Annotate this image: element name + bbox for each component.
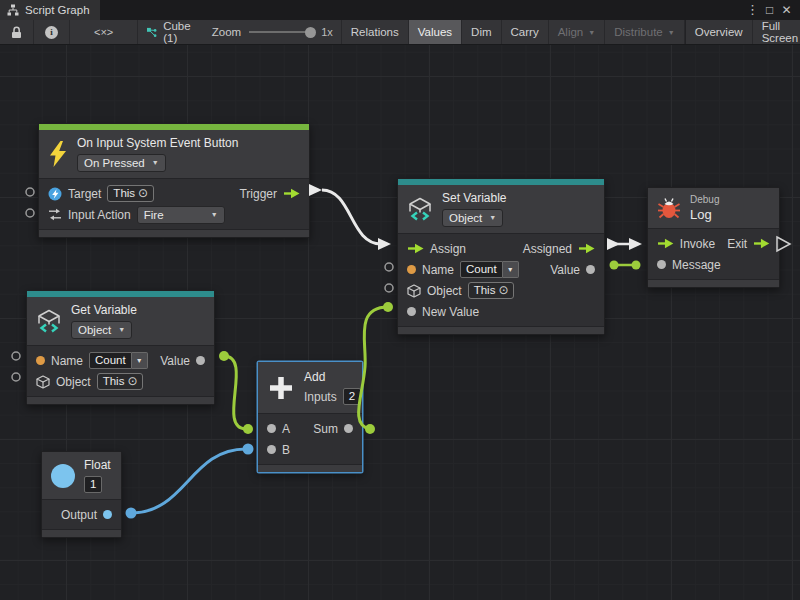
tab-script-graph[interactable]: Script Graph [0, 0, 100, 20]
node-footer [648, 279, 779, 287]
value-port[interactable] [196, 356, 205, 365]
distribute-button[interactable]: Distribute ▼ [605, 20, 685, 44]
distribute-label: Distribute [614, 26, 663, 38]
name-port[interactable] [36, 356, 45, 365]
code-view-button[interactable]: <×> [70, 20, 138, 44]
zoom-value: 1x [321, 26, 333, 38]
a-label: A [282, 422, 290, 436]
value-label: Value [550, 263, 580, 277]
flow-port-assign[interactable] [407, 243, 424, 254]
flow-port-assigned[interactable] [578, 243, 595, 254]
assign-label: Assign [430, 242, 466, 256]
wire-port-dot[interactable] [365, 424, 375, 434]
overview-button[interactable]: Overview [685, 20, 753, 44]
message-port[interactable] [657, 260, 666, 269]
carry-button[interactable]: Carry [502, 20, 549, 44]
node-debug-log[interactable]: Debug Log Invoke Exit Message [647, 187, 780, 288]
chevron-down-icon[interactable]: ▼ [503, 261, 519, 278]
port-row-new-value: New Value [398, 301, 604, 322]
sum-label: Sum [313, 422, 338, 436]
target-value-chip[interactable]: This ⊙ [107, 185, 154, 202]
wire-port-dot[interactable] [610, 261, 619, 270]
float-value-field[interactable]: 1 [84, 476, 102, 493]
open-port-input-action[interactable] [26, 209, 34, 217]
new-value-port[interactable] [407, 307, 416, 316]
event-type-dropdown[interactable]: On Pressed ▼ [77, 154, 166, 172]
sum-port[interactable] [344, 424, 353, 433]
object-cube-icon [407, 284, 421, 298]
open-port-set-object[interactable] [385, 284, 393, 292]
node-header: On Input System Event Button On Pressed … [39, 130, 309, 179]
wire-port-dot[interactable] [126, 508, 137, 519]
wire-port-dot[interactable] [243, 424, 253, 434]
zoom-slider-handle[interactable] [305, 27, 316, 38]
wire-port-dot[interactable] [383, 302, 393, 312]
info-button[interactable]: i [34, 20, 70, 44]
relations-label: Relations [351, 26, 399, 38]
node-on-input-system-event-button[interactable]: On Input System Event Button On Pressed … [38, 123, 310, 238]
open-port-target[interactable] [26, 188, 34, 196]
variable-cube-icon [36, 309, 62, 333]
flow-port-invoke[interactable] [657, 238, 674, 249]
name-combo[interactable]: Count ▼ [460, 261, 519, 278]
flow-port-exit[interactable] [753, 238, 770, 249]
object-value-chip[interactable]: This ⊙ [97, 373, 144, 390]
wire-getvalue-to-a [224, 356, 246, 429]
node-title: Add [304, 370, 325, 384]
float-icon [51, 464, 75, 488]
flow-port-trigger[interactable] [283, 188, 300, 199]
lightning-bolt-icon [48, 141, 68, 167]
name-combo[interactable]: Count ▼ [89, 352, 148, 369]
graph-breadcrumb[interactable]: Cube (1) [138, 20, 204, 44]
wire-float-to-b [131, 449, 246, 513]
node-header: Add Inputs 2 [258, 362, 362, 414]
b-port[interactable] [267, 445, 276, 454]
variable-kind-dropdown[interactable]: Object ▼ [442, 209, 503, 227]
info-icon: i [45, 26, 58, 39]
object-cube-icon [36, 375, 50, 389]
wire-port-dot[interactable] [632, 261, 641, 270]
align-button[interactable]: Align ▼ [549, 20, 606, 44]
chevron-down-icon[interactable]: ▼ [132, 352, 148, 369]
a-port[interactable] [267, 424, 276, 433]
input-action-label: Input Action [68, 208, 131, 222]
relations-button[interactable]: Relations [342, 20, 409, 44]
menu-kebab-icon[interactable]: ⋮ [744, 1, 761, 19]
close-icon[interactable]: ✕ [778, 1, 795, 19]
node-float-literal[interactable]: Float 1 Output [41, 451, 122, 538]
chevron-down-icon: ▼ [668, 29, 675, 36]
target-icon: ⊙ [127, 374, 137, 389]
trigger-label: Trigger [239, 187, 277, 201]
node-add[interactable]: Add Inputs 2 A Sum B [257, 361, 363, 473]
output-port[interactable] [103, 510, 112, 519]
node-set-variable[interactable]: Set Variable Object ▼ Assign Assigned [397, 178, 605, 335]
values-button[interactable]: Values [409, 20, 462, 44]
lock-button[interactable] [0, 20, 34, 44]
invoke-label: Invoke [680, 237, 715, 251]
node-header: Debug Log [648, 188, 779, 229]
value-port[interactable] [586, 265, 595, 274]
fullscreen-button[interactable]: Full Screen [753, 20, 800, 44]
open-port-get-name[interactable] [12, 352, 20, 360]
variable-kind-dropdown[interactable]: Object ▼ [71, 321, 132, 339]
object-value-chip[interactable]: This ⊙ [468, 282, 515, 299]
name-port[interactable] [407, 265, 416, 274]
wire-port-dot[interactable] [219, 351, 229, 361]
maximize-icon[interactable]: □ [761, 1, 778, 19]
dim-button[interactable]: Dim [462, 20, 501, 44]
inputs-count-field[interactable]: 2 [343, 388, 361, 405]
port-row-target: Target This ⊙ Trigger [39, 183, 309, 204]
open-port-set-name[interactable] [385, 263, 393, 271]
assigned-label: Assigned [523, 242, 572, 256]
variable-kind-value: Object [78, 322, 111, 338]
port-row-message: Message [648, 254, 779, 275]
target-icon: ⊙ [138, 186, 148, 201]
open-port-get-object[interactable] [12, 373, 20, 381]
fullscreen-label: Full Screen [762, 20, 798, 44]
graph-canvas[interactable]: On Input System Event Button On Pressed … [0, 45, 800, 600]
object-label: Object [427, 284, 462, 298]
zoom-slider[interactable] [249, 31, 313, 33]
wire-port-dot[interactable] [243, 444, 254, 455]
node-get-variable[interactable]: Get Variable Object ▼ Name Count ▼ Value [26, 290, 215, 405]
input-action-dropdown[interactable]: Fire ▼ [137, 206, 225, 224]
